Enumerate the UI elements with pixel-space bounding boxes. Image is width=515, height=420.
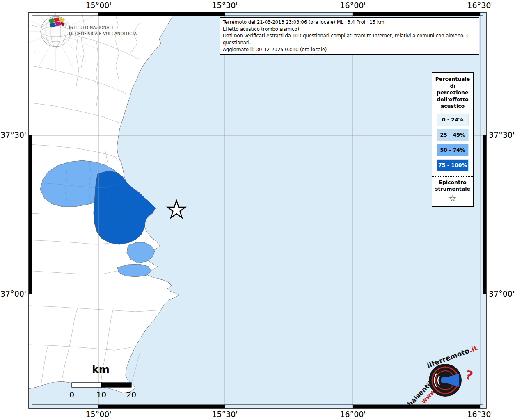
legend-label-0-24: 0 - 24%: [442, 116, 464, 123]
latitude-label-left: 37°00': [0, 289, 26, 298]
longitude-label-bottom: 16°00': [340, 410, 366, 419]
legend-label-50-74: 50 - 74%: [440, 147, 465, 153]
macroseismic-map-page: haisentito ilterremoto.it www. ?: [0, 0, 515, 420]
latitude-label-left: 37°30': [0, 130, 26, 139]
legend-swatch-50-74: 50 - 74%: [437, 144, 469, 156]
earthquake-info-box: Terremoto del 21-03-2013 23:03:06 (ora l…: [220, 17, 479, 55]
ingv-wordmark-line2: DI GEOFISICA E VULCANOLOGIA: [69, 31, 137, 37]
ingv-wordmark: ISTITUTO NAZIONALE DI GEOFISICA E VULCAN…: [69, 25, 137, 37]
longitude-label-bottom: 16°30': [467, 410, 493, 419]
scale-tick-10: 10: [96, 390, 106, 399]
map-canvas: haisentito ilterremoto.it www. ?: [0, 0, 515, 420]
legend-box: Percentuale di percezione dell'effetto a…: [432, 72, 474, 207]
longitude-label-top: 15°00': [85, 1, 111, 10]
scale-bar: [72, 383, 131, 387]
latitude-label-right: 37°30': [489, 130, 515, 139]
longitude-label-bottom: 15°30': [212, 410, 238, 419]
legend-title: Percentuale di percezione dell'effetto a…: [432, 73, 473, 111]
scale-tick-20: 20: [126, 390, 136, 399]
scale-tick-0: 0: [69, 390, 74, 399]
legend-star-icon: ☆: [432, 193, 473, 206]
info-line-questionnaires: Dati non verificati estratti da 103 ques…: [223, 32, 476, 46]
scale-unit-label: km: [92, 363, 110, 375]
latitude-label-right: 37°00': [489, 289, 515, 298]
legend-label-25-49: 25 - 49%: [440, 132, 465, 138]
legend-swatch-25-49: 25 - 49%: [437, 129, 469, 141]
legend-swatch-0-24: 0 - 24%: [437, 114, 469, 126]
legend-label-75-100: 75 - 100%: [438, 162, 467, 168]
info-line-event: Terremoto del 21-03-2013 23:03:06 (ora l…: [223, 19, 476, 26]
ingv-wordmark-line1: ISTITUTO NAZIONALE: [69, 25, 137, 31]
info-line-updated: Aggiornato il: 30-12-2025 03:10 (ora loc…: [223, 46, 476, 53]
legend-epicenter-title: Epicentro strumentale: [432, 177, 473, 193]
longitude-label-top: 16°00': [340, 1, 366, 10]
longitude-label-bottom: 15°00': [85, 410, 111, 419]
info-line-effect: Effetto acustico (rombo sismico): [223, 26, 476, 33]
legend-swatch-75-100: 75 - 100%: [437, 159, 469, 171]
longitude-label-top: 16°30': [467, 1, 493, 10]
longitude-label-top: 15°30': [212, 1, 238, 10]
